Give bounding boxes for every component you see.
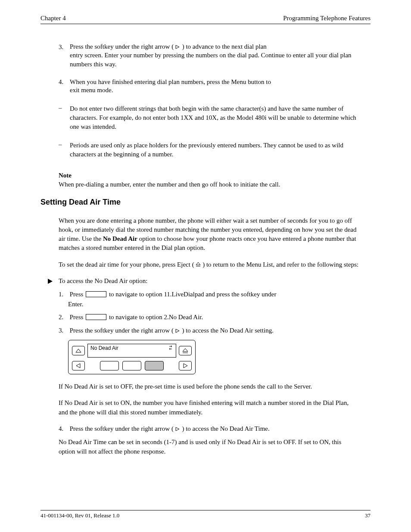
list-item-3: 3. Press the softkey under the right arr… [59,43,359,69]
step-3: 3. Press the softkey under the right arr… [59,326,359,336]
right-arrow-open-icon [175,326,181,336]
footer-revision: 41-001134-00, Rev 01, Release 1.0 [40,512,119,519]
softkey-3[interactable] [145,361,164,370]
header-title: Programming Telephone Features [283,15,371,22]
softkey-1[interactable] [100,361,119,370]
list-item-4: 4. When you have finished entering dial … [59,78,359,95]
svg-marker-6 [183,348,188,352]
item-number: 4. [59,78,70,86]
svg-marker-9 [184,364,187,368]
lcd-display: No Dead Air [87,344,176,358]
right-arrow-open-icon [175,44,181,51]
bullet-a-text: Do not enter two different strings that … [70,104,359,131]
item-number: 3. [59,44,70,51]
section-intro: When you are done entering a phone numbe… [59,216,359,252]
bullet-b-text: Periods are used only as place holders f… [70,141,359,159]
footer-page-number: 37 [365,512,371,519]
svg-marker-5 [76,349,81,352]
dash-icon: – [59,141,70,159]
item3-cont: entry screen. Enter your number by press… [59,51,359,69]
softkey-cluster [87,361,176,370]
eject-icon [196,261,201,270]
para-on: If No Dead Air is set to ON, the number … [59,398,359,417]
svg-marker-1 [196,262,200,265]
section-intro-2: To set the dead air time for your phone,… [59,260,359,270]
triangle-left-icon [76,363,81,368]
section-heading: Setting Dead Air Time [40,198,359,207]
eject-icon [182,348,188,353]
para-off: If No Dead Air is set to OFF, the pre-se… [59,382,359,392]
eject-button[interactable] [179,346,192,355]
para-time: No Dead Air Time can be set in seconds (… [59,438,359,457]
no-dead-air-bold: No Dead Air [103,235,137,242]
svg-marker-0 [176,45,179,49]
bullet-a: – Do not enter two different strings tha… [59,104,359,131]
item3-text-b: ) to advance to the next dial plan [182,43,267,50]
triangle-up-icon [75,348,81,353]
svg-marker-3 [48,279,53,284]
note-text: When pre-dialing a number, enter the num… [59,180,359,189]
step-1: 1. Press to navigate to option 11.LiveDi… [59,289,359,309]
svg-marker-10 [176,427,179,431]
svg-marker-4 [176,329,179,333]
step-2: 2. Press to navigate to option 2.No Dead… [59,312,359,322]
left-button[interactable] [72,361,85,370]
up-button[interactable] [72,346,85,355]
item4-cont: exit menu mode. [59,86,359,95]
page-footer: 41-001134-00, Rev 01, Release 1.0 37 [40,510,371,519]
header-chapter: Chapter 4 [40,15,66,22]
play-icon [47,277,59,286]
swap-icon [168,345,173,352]
svg-marker-8 [76,364,80,368]
note-label: Note [59,172,359,179]
item3-text-a: Press the softkey under the right arrow … [70,43,174,50]
softkey-2[interactable] [122,361,141,370]
bullet-b: – Periods are used only as place holders… [59,141,359,159]
softkey-placeholder-icon [86,291,106,297]
procedure-lead: To access the No Dead Air option: [59,277,147,285]
right-arrow-open-icon [175,424,181,434]
note-block: Note When pre-dialing a number, enter th… [59,172,359,189]
triangle-right-icon [183,363,188,368]
step-4: 4. Press the softkey under the right arr… [59,424,359,434]
right-button[interactable] [179,361,192,370]
softkey-placeholder-icon [86,314,106,320]
lcd-text: No Dead Air [90,345,118,351]
dash-icon: – [59,104,70,131]
device-panel: No Dead Air [68,340,196,374]
item4-text: When you have finished entering dial pla… [70,78,271,86]
